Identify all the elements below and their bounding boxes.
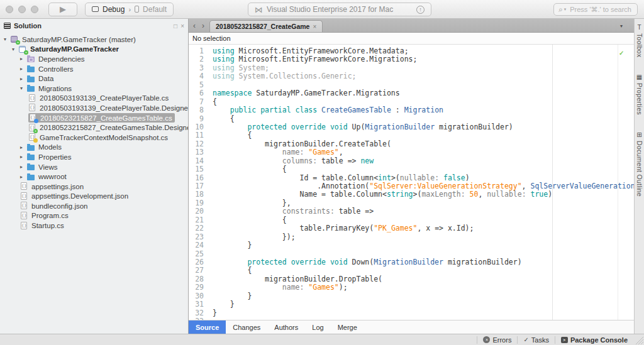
- chevron-right-icon[interactable]: ▸: [20, 66, 27, 72]
- tab-overflow-dropdown-icon[interactable]: ▾: [620, 23, 623, 29]
- minimize-window-button[interactable]: [18, 6, 26, 13]
- code-text: Id = table.Column<int>(nullable: false): [213, 173, 470, 182]
- code-line[interactable]: 12 migrationBuilder.CreateTable(: [189, 140, 634, 148]
- code-line[interactable]: 11 {: [189, 131, 634, 140]
- code-line[interactable]: 8 public partial class CreateGamesTable …: [189, 106, 634, 114]
- folder-icon: [27, 153, 35, 161]
- zoom-window-button[interactable]: [31, 6, 38, 13]
- tree-item[interactable]: {}20180503193139_CreatePlayerTable.Desig…: [0, 103, 188, 113]
- code-line[interactable]: 7{: [189, 98, 634, 106]
- code-line[interactable]: 4using System.Collections.Generic;: [189, 72, 634, 80]
- code-line[interactable]: 22 table.PrimaryKey("PK_Games", x => x.I…: [189, 224, 634, 233]
- code-line[interactable]: 30 }: [189, 292, 634, 300]
- update-available-icon[interactable]: ↑: [416, 6, 425, 14]
- dock-pad-button[interactable]: □: [174, 23, 177, 30]
- view-tab-merge[interactable]: Merge: [331, 320, 364, 334]
- tree-item[interactable]: {}+20180523215827_CreateGamesTable.Desig…: [0, 123, 188, 133]
- pad-tab-properties[interactable]: ▦Properties: [636, 74, 643, 115]
- tree-item[interactable]: ▾Migrations: [0, 84, 188, 94]
- code-line[interactable]: 25: [189, 250, 634, 258]
- tree-item[interactable]: {}Startup.cs: [0, 221, 188, 231]
- tree-item[interactable]: {}appsettings.json: [0, 182, 188, 192]
- tree-item[interactable]: {}bundleconfig.json: [0, 201, 188, 211]
- tree-item[interactable]: ▸wwwroot: [0, 172, 188, 182]
- code-line[interactable]: 18 Name = table.Column<string>(maxLength…: [189, 190, 634, 199]
- run-button[interactable]: ▶: [48, 3, 77, 16]
- code-line[interactable]: 17 .Annotation("SqlServer:ValueGeneratio…: [189, 182, 634, 190]
- chevron-right-icon[interactable]: ▸: [20, 56, 27, 62]
- tree-item[interactable]: ▸Views: [0, 162, 188, 172]
- view-tab-authors[interactable]: Authors: [267, 320, 305, 334]
- tree-item[interactable]: ▾+SaturdayMP.GameTracker: [0, 45, 188, 55]
- tree-item[interactable]: {}Program.cs: [0, 211, 188, 221]
- code-line[interactable]: 15 {: [189, 165, 634, 173]
- pad-tab-toolbox[interactable]: TToolbox: [636, 24, 643, 57]
- code-line[interactable]: 27 {: [189, 266, 634, 275]
- tree-item[interactable]: {}appsettings.Development.json: [0, 192, 188, 202]
- code-line[interactable]: 21 {: [189, 216, 634, 224]
- code-line[interactable]: 33: [189, 317, 634, 320]
- chevron-right-icon[interactable]: ▸: [20, 164, 27, 170]
- errors-label: Errors: [492, 336, 511, 344]
- view-tab-log[interactable]: Log: [305, 320, 330, 334]
- code-line[interactable]: 13 name: "Games",: [189, 148, 634, 156]
- close-window-button[interactable]: [6, 6, 13, 13]
- selected-row-highlight: {}20180523215827_CreateGamesTable.cs: [28, 113, 175, 123]
- code-text: columns: table => new: [213, 156, 374, 165]
- code-line[interactable]: 2using Microsoft.EntityFrameworkCore.Mig…: [189, 55, 634, 63]
- chevron-down-icon[interactable]: ▾: [4, 36, 11, 42]
- package-console-button[interactable]: > Package Console: [561, 336, 628, 344]
- tree-item[interactable]: ▾+SaturdayMP.GameTracker (master): [0, 35, 188, 45]
- tree-item[interactable]: {}20180523215827_CreateGamesTable.cs: [0, 113, 188, 123]
- code-line[interactable]: 1using Microsoft.EntityFrameworkCore.Met…: [189, 47, 634, 55]
- tree-item[interactable]: ▸Models: [0, 143, 188, 153]
- code-token: , x => x.Id);: [417, 224, 474, 233]
- tree-item[interactable]: {}GameTrackerContextModelSnapshot.cs: [0, 133, 188, 143]
- code-line[interactable]: 6namespace SaturdayMP.GameTracker.Migrat…: [189, 89, 634, 97]
- view-tab-changes[interactable]: Changes: [226, 320, 267, 334]
- code-line[interactable]: 3using System;: [189, 64, 634, 72]
- close-pad-button[interactable]: ×: [180, 23, 184, 30]
- code-line[interactable]: 9 {: [189, 115, 634, 123]
- navigate-forward-button[interactable]: ›: [202, 21, 204, 30]
- code-line[interactable]: 20 constraints: table =>: [189, 207, 634, 216]
- chevron-right-icon[interactable]: ▸: [20, 76, 27, 82]
- code-editor[interactable]: ✓ 1using Microsoft.EntityFrameworkCore.M…: [189, 45, 634, 320]
- chevron-right-icon[interactable]: ▸: [20, 154, 27, 160]
- chevron-right-icon[interactable]: ▸: [20, 145, 27, 150]
- code-line[interactable]: 5: [189, 81, 634, 89]
- code-line[interactable]: 10 protected override void Up(MigrationB…: [189, 123, 634, 131]
- chevron-down-icon[interactable]: ▾: [12, 47, 19, 52]
- code-line[interactable]: 29 name: "Games");: [189, 283, 634, 292]
- code-line[interactable]: 32}: [189, 309, 634, 317]
- close-tab-icon[interactable]: ×: [313, 23, 316, 30]
- code-line[interactable]: 14 columns: table => new: [189, 157, 634, 165]
- code-line[interactable]: 31 }: [189, 300, 634, 309]
- tasks-button[interactable]: ✓ Tasks: [523, 336, 549, 344]
- view-tab-source[interactable]: Source: [189, 320, 226, 334]
- code-line[interactable]: 24 }: [189, 241, 634, 249]
- chevron-right-icon[interactable]: ▸: [20, 174, 27, 180]
- code-line[interactable]: 28 migrationBuilder.DropTable(: [189, 275, 634, 283]
- navigate-back-button[interactable]: ‹: [193, 21, 196, 30]
- line-number: 16: [189, 174, 204, 182]
- search-input[interactable]: ⌕ ▾ Press '⌘.' to search: [553, 3, 638, 16]
- window-title: Visual Studio Enterprise 2017 for Mac: [267, 5, 413, 14]
- code-line[interactable]: 19 },: [189, 199, 634, 207]
- tree-item[interactable]: {}20180503193139_CreatePlayerTable.cs: [0, 94, 188, 104]
- chevron-down-icon[interactable]: ▾: [20, 85, 27, 91]
- tree-item[interactable]: ▸Dependencies: [0, 54, 188, 64]
- code-line[interactable]: 26 protected override void Down(Migratio…: [189, 258, 634, 266]
- code-line[interactable]: 16 Id = table.Column<int>(nullable: fals…: [189, 174, 634, 182]
- tree-item[interactable]: ▸Data: [0, 74, 188, 84]
- code-line[interactable]: 23 });: [189, 233, 634, 241]
- solution-icon: +: [11, 35, 19, 43]
- pad-tab-document-outline[interactable]: ⊞Document Outline: [636, 131, 643, 197]
- column-ruler: [552, 45, 553, 320]
- editor-tab[interactable]: 20180523215827_CreateGame ×: [209, 20, 323, 32]
- resize-grip[interactable]: [634, 335, 643, 344]
- tree-item[interactable]: ▸Controllers: [0, 64, 188, 74]
- build-configuration-selector[interactable]: Debug › Default: [85, 3, 174, 16]
- errors-button[interactable]: × Errors: [483, 336, 511, 344]
- tree-item[interactable]: ▸Properties: [0, 152, 188, 162]
